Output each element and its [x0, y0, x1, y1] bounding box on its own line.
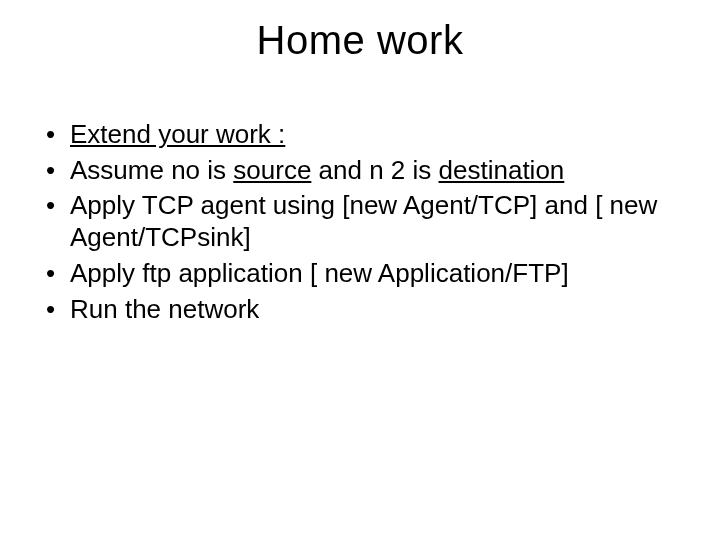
text-segment: destination — [439, 155, 565, 185]
list-item: Apply ftp application [ new Application/… — [70, 258, 684, 290]
text-segment: Assume no is — [70, 155, 233, 185]
bullet-list: Extend your work : Assume no is source a… — [36, 119, 684, 325]
slide-title: Home work — [36, 18, 684, 63]
text-segment: source — [233, 155, 311, 185]
text-segment: Extend your work : — [70, 119, 285, 149]
list-item: Run the network — [70, 294, 684, 326]
list-item: Assume no is source and n 2 is destinati… — [70, 155, 684, 187]
text-segment: Apply TCP agent using [new Agent/TCP] an… — [70, 190, 657, 252]
slide: Home work Extend your work : Assume no i… — [0, 0, 720, 540]
text-segment: Run the network — [70, 294, 259, 324]
text-segment: Apply ftp application [ new Application/… — [70, 258, 569, 288]
list-item: Extend your work : — [70, 119, 684, 151]
list-item: Apply TCP agent using [new Agent/TCP] an… — [70, 190, 684, 253]
text-segment: and n 2 is — [311, 155, 438, 185]
